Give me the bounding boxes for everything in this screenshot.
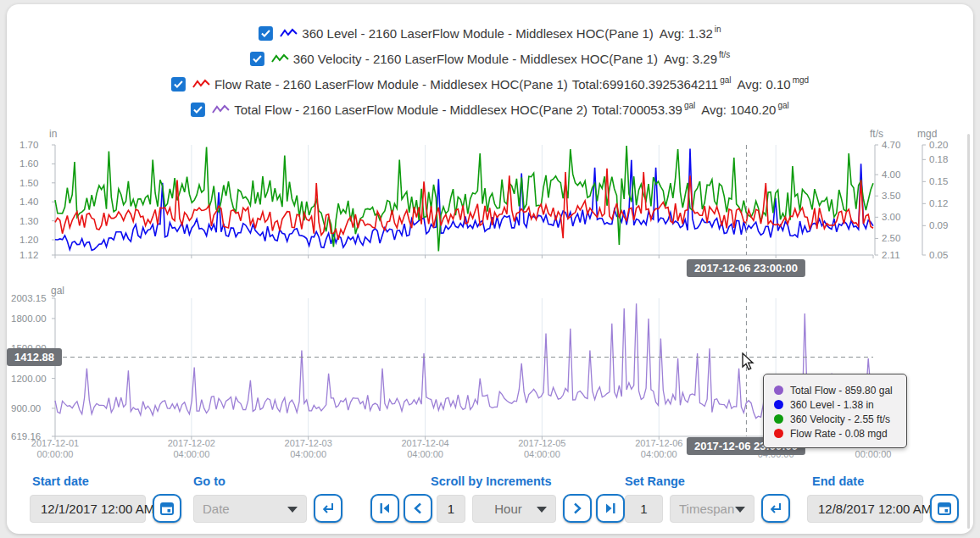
- start-date-label: Start date: [32, 474, 89, 488]
- pane1-left-tick-label: 1.50: [19, 178, 38, 188]
- step-back-button[interactable]: [404, 494, 432, 523]
- series-line-icon: [192, 78, 211, 90]
- pane1-right2-tick-label: 0.15: [929, 176, 948, 186]
- pane1-right2-tick-label: 0.12: [929, 198, 948, 208]
- crosshair-value-badge: 1412.88: [7, 348, 62, 366]
- velocity-dot-icon: [774, 414, 783, 424]
- range-unit-select[interactable]: Timespan: [670, 495, 754, 523]
- legend-text: Total Flow - 2160 LaserFlow Module - Mid…: [234, 103, 587, 117]
- pane1-right1-tick-label: 2.11: [882, 250, 900, 260]
- axis-title-in: in: [49, 128, 57, 140]
- skip-to-start-button[interactable]: [370, 494, 399, 523]
- pane2-left-tick-label: 1800.00: [11, 313, 47, 324]
- series-line-360-velocity: [55, 146, 873, 252]
- pane1-right2-tick-label: 0.18: [929, 154, 948, 164]
- pane1-right1-tick-label: 3.50: [882, 191, 900, 201]
- vertical-scrollbar[interactable]: [967, 134, 970, 529]
- end-date-input[interactable]: 12/8/2017 12:00 AM: [807, 495, 923, 523]
- series-checkbox[interactable]: [191, 103, 205, 117]
- x-axis-tick-label: 2017-12-0100:00:00: [31, 438, 79, 460]
- skip-end-icon: [604, 502, 617, 514]
- legend-total-unit: gal: [720, 75, 731, 85]
- legend-avg: Avg: 3.29: [664, 52, 717, 66]
- x-axis-tick-label: 2017-12-0404:00:00: [401, 438, 448, 460]
- pane2-left-tick-label: 1200.00: [11, 374, 47, 384]
- increment-unit-value: Hour: [494, 502, 522, 516]
- legend-avg-unit: gal: [777, 101, 788, 110]
- series-line-360-level: [55, 149, 873, 251]
- legend-item-flow-rate[interactable]: Flow Rate - 2160 LaserFlow Module - Midd…: [171, 71, 809, 97]
- end-date-calendar-button[interactable]: [930, 494, 959, 523]
- legend-text: 360 Level - 2160 LaserFlow Module - Midd…: [302, 26, 653, 41]
- tooltip-text: 360 Level - 1.38 in: [790, 399, 874, 411]
- tooltip-row-360-velocity: 360 Velocity - 2.55 ft/s: [774, 412, 898, 426]
- legend-item-360-level[interactable]: 360 Level - 2160 LaserFlow Module - Midd…: [259, 20, 721, 46]
- axis-title-ftps: ft/s: [870, 128, 883, 140]
- series-checkbox[interactable]: [259, 26, 273, 41]
- range-value-input[interactable]: 1: [625, 495, 663, 523]
- mouse-cursor-icon: [741, 352, 756, 371]
- calendar-icon: [937, 501, 952, 516]
- tooltip-row-total-flow: Total Flow - 859.80 gal: [774, 383, 898, 397]
- goto-apply-button[interactable]: [314, 494, 342, 523]
- goto-label: Go to: [193, 474, 226, 488]
- increment-input[interactable]: 1: [437, 495, 465, 523]
- legend-item-total-flow[interactable]: Total Flow - 2160 LaserFlow Module - Mid…: [191, 97, 788, 122]
- flow-rate-dot-icon: [774, 429, 783, 438]
- pane1-left-tick-label: 1.70: [19, 140, 38, 150]
- pane1-left-tick-label: 1.40: [19, 197, 38, 207]
- start-date-calendar-button[interactable]: [153, 494, 181, 523]
- chevron-down-icon: [287, 507, 298, 513]
- pane1-right1-tick-label: 3.00: [882, 212, 900, 222]
- legend-avg: Avg: 1040.20: [701, 103, 776, 117]
- tooltip-text: Total Flow - 859.80 gal: [790, 385, 893, 397]
- axis-title-gal: gal: [51, 285, 64, 297]
- chevron-left-icon: [413, 502, 423, 514]
- legend-total: Total:700053.39: [592, 103, 682, 117]
- axis-title-mgd: mgd: [917, 128, 937, 140]
- goto-placeholder: Date: [203, 502, 230, 516]
- crosshair-time-badge-pane1: 2017-12-06 23:00:00: [687, 259, 805, 277]
- pane1-right2-tick-label: 0.05: [929, 250, 948, 260]
- return-arrow-icon: [320, 502, 336, 515]
- legend-text: Flow Rate - 2160 LaserFlow Module - Midd…: [214, 77, 568, 92]
- pane1-right2-tick-label: 0.09: [929, 220, 948, 230]
- skip-start-icon: [378, 502, 392, 514]
- series-line-flow-rate: [55, 169, 873, 240]
- skip-to-end-button[interactable]: [596, 494, 625, 523]
- end-date-label: End date: [812, 474, 864, 488]
- pane1-left-tick-label: 1.20: [19, 235, 38, 245]
- scroll-increments-label: Scroll by Increments: [431, 474, 552, 488]
- range-placeholder: Timespan: [679, 502, 734, 516]
- legend-avg: Avg: 1.32: [660, 26, 713, 41]
- range-apply-button[interactable]: [761, 494, 790, 523]
- calendar-icon: [159, 501, 175, 516]
- legend-avg-unit: mgd: [793, 75, 809, 85]
- legend-avg: Avg: 0.10: [738, 77, 791, 92]
- series-checkbox[interactable]: [171, 77, 186, 92]
- chevron-right-icon: [572, 502, 582, 514]
- level-dot-icon: [774, 400, 783, 409]
- legend-total-unit: gal: [684, 101, 695, 110]
- total-flow-dot-icon: [774, 385, 783, 395]
- legend-avg-unit: in: [715, 25, 721, 34]
- pane2-left-tick-label: 900.00: [11, 403, 41, 413]
- start-date-input[interactable]: 12/1/2017 12:00 AM: [30, 495, 146, 523]
- goto-select[interactable]: Date: [193, 495, 307, 523]
- series-line-icon: [271, 53, 290, 64]
- legend: 360 Level - 2160 LaserFlow Module - Midd…: [171, 20, 809, 122]
- legend-total: Total:699160.3925364211: [572, 77, 718, 92]
- legend-item-360-velocity[interactable]: 360 Velocity - 2160 LaserFlow Module - M…: [250, 46, 731, 71]
- pane1-right2-tick-label: 0.20: [929, 140, 948, 150]
- x-axis-tick-label: 2017-12-0204:00:00: [168, 438, 215, 460]
- step-forward-button[interactable]: [563, 494, 592, 523]
- series-checkbox[interactable]: [250, 52, 264, 66]
- legend-avg-unit: ft/s: [719, 50, 730, 59]
- pane1-left-tick-label: 1.12: [19, 250, 38, 260]
- chevron-down-icon: [537, 507, 547, 513]
- pane2-left-tick-label: 2003.15: [11, 293, 47, 303]
- tooltip-text: 360 Velocity - 2.55 ft/s: [790, 413, 890, 425]
- return-arrow-icon: [768, 502, 783, 515]
- tooltip-row-360-level: 360 Level - 1.38 in: [774, 397, 898, 412]
- increment-unit-select[interactable]: Hour: [472, 495, 556, 523]
